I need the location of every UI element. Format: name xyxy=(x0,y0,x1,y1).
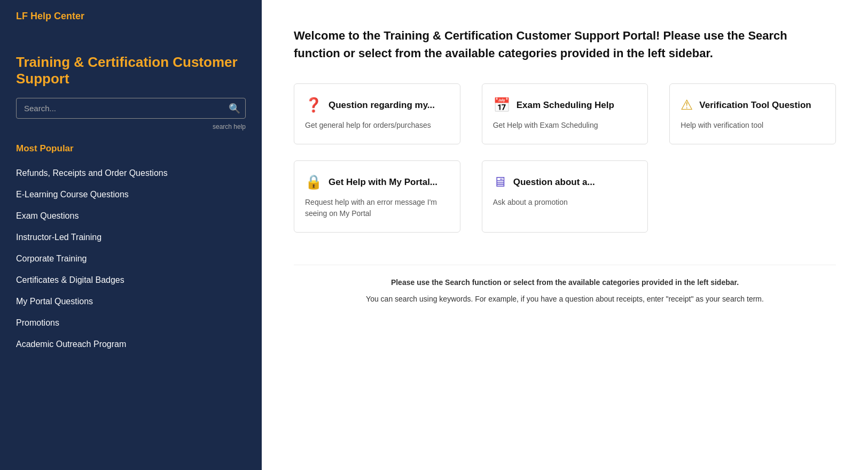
card-2[interactable]: ⚠ Verification Tool Question Help with v… xyxy=(669,83,836,144)
card-header-2: ⚠ Verification Tool Question xyxy=(681,97,825,113)
card-1[interactable]: 📅 Exam Scheduling Help Get Help with Exa… xyxy=(482,83,648,144)
card-header-0: ❓ Question regarding my... xyxy=(305,97,449,113)
sidebar-nav-item-5[interactable]: Certificates & Digital Badges xyxy=(16,269,246,291)
card-desc-3: Request help with an error message I'm s… xyxy=(305,197,449,219)
card-desc-1: Get Help with Exam Scheduling xyxy=(493,120,637,131)
card-0[interactable]: ❓ Question regarding my... Get general h… xyxy=(294,83,460,144)
card-title-1: Exam Scheduling Help xyxy=(517,100,614,111)
sidebar: LF Help Center Training & Certification … xyxy=(0,0,262,470)
card-icon-0: ❓ xyxy=(305,97,322,113)
search-icon: 🔍 xyxy=(229,103,240,114)
sidebar-nav-item-6[interactable]: My Portal Questions xyxy=(16,291,246,312)
card-header-4: 🖥 Question about a... xyxy=(493,174,637,190)
sidebar-brand[interactable]: LF Help Center xyxy=(16,11,246,22)
sidebar-nav-item-2[interactable]: Exam Questions xyxy=(16,205,246,227)
card-header-1: 📅 Exam Scheduling Help xyxy=(493,97,637,113)
card-icon-4: 🖥 xyxy=(493,174,507,190)
sidebar-nav-item-7[interactable]: Promotions xyxy=(16,312,246,334)
sidebar-nav-item-1[interactable]: E-Learning Course Questions xyxy=(16,184,246,205)
most-popular-label: Most Popular xyxy=(16,143,246,154)
card-icon-3: 🔒 xyxy=(305,174,322,190)
sidebar-nav-item-3[interactable]: Instructor-Led Training xyxy=(16,227,246,248)
search-input[interactable] xyxy=(16,98,246,119)
footer-line1: Please use the Search function or select… xyxy=(391,278,739,287)
card-desc-4: Ask about a promotion xyxy=(493,197,637,208)
cards-grid: ❓ Question regarding my... Get general h… xyxy=(294,83,836,233)
search-container: 🔍 xyxy=(16,98,246,119)
sidebar-nav-item-4[interactable]: Corporate Training xyxy=(16,248,246,269)
card-header-3: 🔒 Get Help with My Portal... xyxy=(305,174,449,190)
card-icon-2: ⚠ xyxy=(681,97,693,113)
footer-text: Please use the Search function or select… xyxy=(294,265,836,306)
search-help-text: search help xyxy=(16,123,246,130)
card-icon-1: 📅 xyxy=(493,97,510,113)
card-title-0: Question regarding my... xyxy=(329,100,435,111)
search-button[interactable]: 🔍 xyxy=(229,103,240,114)
welcome-text: Welcome to the Training & Certification … xyxy=(294,27,836,62)
card-title-2: Verification Tool Question xyxy=(699,100,811,111)
sidebar-title: Training & Certification Customer Suppor… xyxy=(16,54,246,87)
sidebar-nav-item-8[interactable]: Academic Outreach Program xyxy=(16,334,246,355)
main-content: Welcome to the Training & Certification … xyxy=(262,0,868,470)
card-desc-0: Get general help for orders/purchases xyxy=(305,120,449,131)
sidebar-nav: Refunds, Receipts and Order QuestionsE-L… xyxy=(16,163,246,355)
sidebar-nav-item-0[interactable]: Refunds, Receipts and Order Questions xyxy=(16,163,246,184)
card-4[interactable]: 🖥 Question about a... Ask about a promot… xyxy=(482,160,648,233)
card-title-3: Get Help with My Portal... xyxy=(329,177,437,188)
footer-line2: You can search using keywords. For examp… xyxy=(294,292,836,306)
card-desc-2: Help with verification tool xyxy=(681,120,825,131)
card-title-4: Question about a... xyxy=(513,177,595,188)
card-3[interactable]: 🔒 Get Help with My Portal... Request hel… xyxy=(294,160,460,233)
